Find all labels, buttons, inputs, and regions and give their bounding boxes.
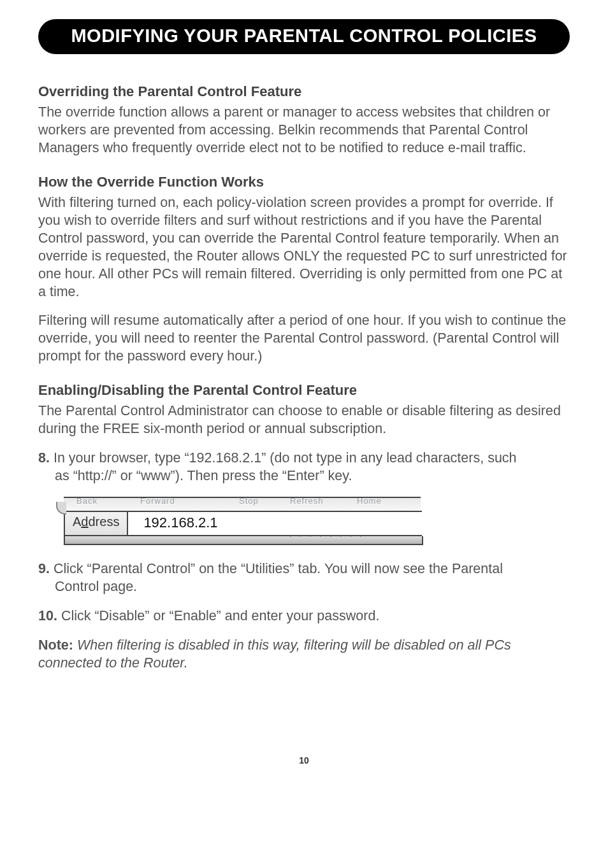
note: Note: When filtering is disabled in this…	[38, 637, 570, 672]
step-text: Click “Parental Control” on the “Utiliti…	[54, 561, 503, 576]
figure-toolbar-fragment: Back Forward Stop Refresh Home	[64, 497, 421, 511]
page-number: 10	[38, 755, 570, 765]
step-number: 9.	[38, 561, 50, 576]
step-text: Control page.	[55, 578, 570, 596]
section-heading-how-works: How the Override Function Works	[38, 174, 570, 190]
address-label-button[interactable]: Address	[65, 512, 128, 535]
address-bar-row: Address 192.168.2.1	[64, 511, 422, 536]
page-title: MODIFYING YOUR PARENTAL CONTROL POLICIES	[71, 25, 537, 46]
note-body: When filtering is disabled in this way, …	[38, 637, 511, 671]
address-bar-figure: Back Forward Stop Refresh Home Address 1…	[64, 497, 570, 545]
section-body: The override function allows a parent or…	[38, 104, 570, 157]
figure-dots-icon: . . . . . . . .	[289, 529, 365, 539]
step-text: Click “Disable” or “Enable” and enter yo…	[61, 608, 380, 623]
section-body: The Parental Control Administrator can c…	[38, 402, 570, 438]
document-page: MODIFYING YOUR PARENTAL CONTROL POLICIES…	[0, 0, 608, 791]
ghost-label: Stop	[239, 496, 259, 506]
step-10: 10. Click “Disable” or “Enable” and ente…	[38, 608, 570, 625]
ghost-label: Refresh	[290, 496, 324, 506]
note-label: Note:	[38, 637, 73, 653]
ghost-label: Back	[76, 496, 98, 506]
section-body: With filtering turned on, each policy-vi…	[38, 194, 570, 301]
page-title-bar: MODIFYING YOUR PARENTAL CONTROL POLICIES	[38, 19, 570, 54]
step-number: 10.	[38, 608, 57, 623]
step-text: as “http://” or “www”). Then press the “…	[55, 467, 570, 485]
ghost-label: Home	[357, 496, 382, 506]
figure-bottom-strip: . . . . . . . .	[64, 536, 423, 545]
step-text: In your browser, type “192.168.2.1” (do …	[54, 450, 517, 466]
figure-page-curl-icon	[56, 502, 66, 515]
section-body: Filtering will resume automatically afte…	[38, 312, 570, 366]
step-8: 8. In your browser, type “192.168.2.1” (…	[38, 450, 570, 485]
section-heading-enable-disable: Enabling/Disabling the Parental Control …	[38, 382, 570, 399]
step-number: 8.	[38, 450, 50, 466]
section-heading-override: Overriding the Parental Control Feature	[38, 83, 570, 100]
ghost-label: Forward	[140, 496, 175, 506]
step-9: 9. Click “Parental Control” on the “Util…	[38, 560, 570, 596]
address-input[interactable]: 192.168.2.1	[128, 512, 422, 535]
